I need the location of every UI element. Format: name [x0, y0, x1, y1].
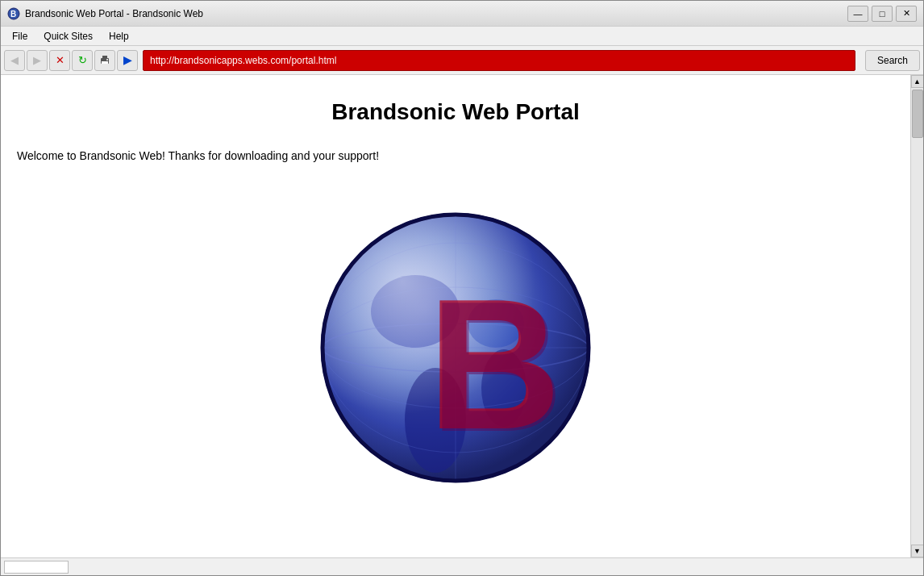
- address-bar-container: http://brandsonicapps.webs.com/portal.ht…: [143, 50, 855, 71]
- status-input[interactable]: [4, 561, 69, 574]
- maximize-button[interactable]: □: [872, 6, 893, 22]
- status-bar: [1, 557, 923, 575]
- scroll-up-button[interactable]: ▲: [911, 75, 924, 88]
- app-icon: B: [7, 7, 20, 20]
- svg-text:B: B: [10, 10, 16, 19]
- welcome-text: Welcome to Brandsonic Web! Thanks for do…: [17, 149, 894, 162]
- print-button[interactable]: [94, 50, 115, 71]
- svg-rect-4: [102, 61, 108, 64]
- browser-window: B Brandsonic Web Portal - Brandsonic Web…: [0, 0, 924, 576]
- menu-bar: File Quick Sites Help: [1, 27, 923, 46]
- webpage: Brandsonic Web Portal Welcome to Brandso…: [1, 75, 910, 557]
- search-button[interactable]: Search: [865, 50, 920, 71]
- title-bar: B Brandsonic Web Portal - Brandsonic Web…: [1, 1, 923, 27]
- menu-help[interactable]: Help: [101, 29, 137, 44]
- menu-quick-sites[interactable]: Quick Sites: [35, 29, 101, 44]
- svg-rect-3: [102, 56, 107, 59]
- page-title: Brandsonic Web Portal: [17, 99, 894, 125]
- content-area: Brandsonic Web Portal Welcome to Brandso…: [1, 75, 923, 557]
- scroll-thumb[interactable]: [912, 90, 923, 138]
- back-button[interactable]: ◀: [4, 50, 25, 71]
- close-button[interactable]: ✕: [896, 6, 917, 22]
- scroll-track[interactable]: [911, 88, 924, 545]
- go-button[interactable]: ▶: [117, 50, 138, 71]
- forward-button[interactable]: ▶: [27, 50, 48, 71]
- logo-container: B B: [17, 186, 894, 509]
- svg-point-5: [106, 59, 108, 61]
- refresh-button[interactable]: ↻: [72, 50, 93, 71]
- address-bar[interactable]: http://brandsonicapps.webs.com/portal.ht…: [143, 50, 855, 71]
- window-controls: — □ ✕: [847, 6, 917, 22]
- stop-button[interactable]: ✕: [49, 50, 70, 71]
- minimize-button[interactable]: —: [847, 6, 868, 22]
- menu-file[interactable]: File: [4, 29, 35, 44]
- window-title: Brandsonic Web Portal - Brandsonic Web: [25, 8, 847, 19]
- toolbar: ◀ ▶ ✕ ↻ ▶ http://brandsonicapps.webs.com…: [1, 46, 923, 75]
- scroll-down-button[interactable]: ▼: [911, 545, 924, 557]
- svg-text:B: B: [430, 263, 564, 470]
- scrollbar: ▲ ▼: [910, 75, 923, 557]
- brandsonic-logo: B B: [310, 186, 601, 509]
